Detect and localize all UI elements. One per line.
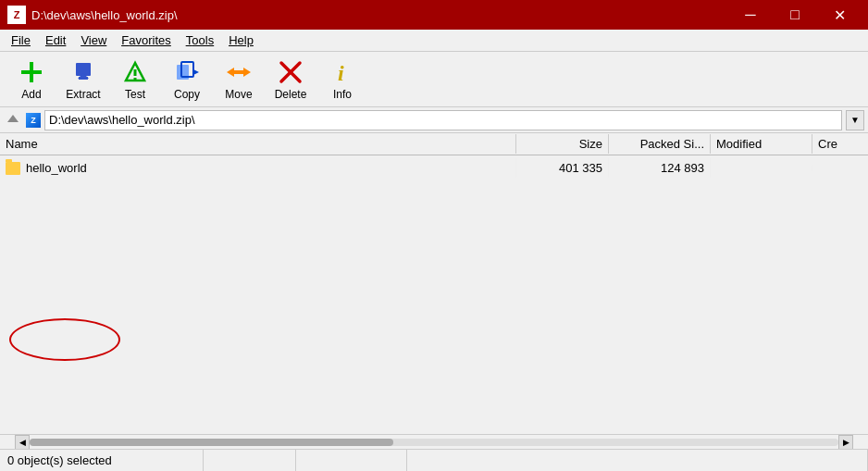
move-label: Move (225, 88, 252, 101)
column-name[interactable]: Name (0, 134, 516, 154)
file-cell-name: hello_world (0, 158, 516, 178)
column-cre[interactable]: Cre (812, 134, 868, 154)
toolbar: Add Extract Test (0, 52, 868, 107)
menu-file[interactable]: File (4, 31, 38, 49)
svg-rect-4 (79, 77, 88, 80)
scroll-left-button[interactable]: ◀ (15, 435, 30, 450)
info-label: Info (333, 88, 352, 101)
svg-rect-7 (134, 78, 137, 81)
status-text: 0 object(s) selected (0, 450, 204, 471)
file-cell-cre (812, 166, 868, 171)
svg-marker-10 (193, 69, 199, 75)
copy-icon (175, 60, 199, 85)
column-packed-size[interactable]: Packed Si... (609, 134, 711, 154)
copy-label: Copy (174, 88, 200, 101)
extract-label: Extract (66, 88, 100, 101)
menu-tools[interactable]: Tools (179, 31, 221, 49)
title-bar-left: Z D:\dev\aws\hello_world.zip\ (7, 6, 178, 24)
app-icon: Z (7, 6, 26, 24)
scroll-track[interactable] (30, 439, 838, 446)
file-name-label: hello_world (26, 161, 87, 175)
svg-text:i: i (338, 61, 344, 84)
info-button[interactable]: i Info (318, 56, 366, 104)
svg-rect-1 (21, 70, 42, 74)
menu-view[interactable]: View (73, 31, 114, 49)
menu-bar: File Edit View Favorites Tools Help (0, 30, 868, 52)
column-headers: Name Size Packed Si... Modified Cre (0, 133, 868, 155)
status-seg3 (296, 450, 407, 471)
column-size[interactable]: Size (516, 134, 609, 154)
path-icon: Z (26, 113, 41, 128)
window-controls: ─ □ ✕ (729, 0, 861, 30)
add-button[interactable]: Add (7, 56, 56, 104)
maximize-button[interactable]: □ (774, 0, 816, 30)
menu-favorites[interactable]: Favorites (114, 31, 178, 49)
move-button[interactable]: Move (215, 56, 263, 104)
address-input[interactable] (44, 110, 842, 130)
svg-rect-6 (134, 69, 137, 76)
test-label: Test (125, 88, 145, 101)
file-cell-packed: 124 893 (609, 158, 711, 178)
horizontal-scrollbar: ◀ ▶ (0, 434, 868, 449)
add-icon (19, 60, 43, 85)
title-text: D:\dev\aws\hello_world.zip\ (31, 8, 178, 22)
folder-icon (6, 162, 20, 175)
file-list: hello_world 401 335 124 893 (0, 155, 868, 434)
content-wrapper: Name Size Packed Si... Modified Cre hell… (0, 133, 868, 434)
svg-marker-13 (243, 68, 251, 77)
close-button[interactable]: ✕ (818, 0, 861, 30)
scroll-thumb[interactable] (30, 439, 393, 446)
status-bar: 0 object(s) selected (0, 449, 868, 471)
add-label: Add (21, 88, 41, 101)
menu-help[interactable]: Help (221, 31, 261, 49)
title-bar: Z D:\dev\aws\hello_world.zip\ ─ □ ✕ (0, 0, 868, 30)
minimize-button[interactable]: ─ (729, 0, 772, 30)
delete-label: Delete (275, 88, 307, 101)
svg-rect-12 (232, 70, 245, 74)
extract-button[interactable]: Extract (59, 56, 107, 104)
info-icon: i (330, 60, 354, 85)
delete-icon (279, 60, 303, 85)
address-bar: Z ▼ (0, 107, 868, 133)
status-seg2 (204, 450, 296, 471)
file-cell-modified (711, 166, 812, 171)
column-modified[interactable]: Modified (711, 134, 812, 154)
navigate-up-button[interactable] (4, 111, 22, 130)
scroll-right-button[interactable]: ▶ (838, 435, 853, 450)
file-cell-size: 401 335 (516, 158, 609, 178)
move-icon (227, 60, 251, 85)
extract-icon (71, 60, 95, 85)
copy-button[interactable]: Copy (163, 56, 211, 104)
svg-marker-17 (7, 115, 19, 122)
table-row[interactable]: hello_world 401 335 124 893 (0, 155, 868, 181)
menu-edit[interactable]: Edit (38, 31, 73, 49)
status-seg4 (407, 450, 868, 471)
test-icon (123, 60, 147, 85)
test-button[interactable]: Test (111, 56, 159, 104)
delete-button[interactable]: Delete (267, 56, 315, 104)
address-dropdown[interactable]: ▼ (846, 110, 864, 130)
